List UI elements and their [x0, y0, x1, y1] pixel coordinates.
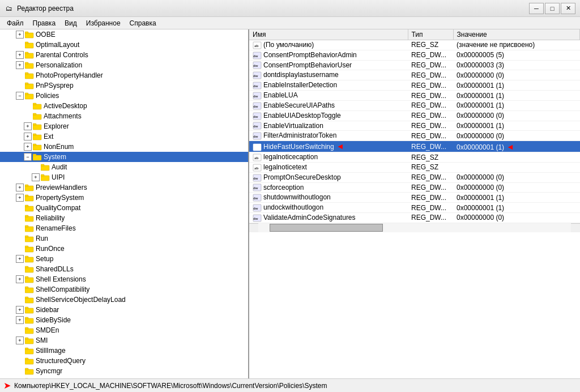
tree-node-reliability[interactable]: Reliability	[0, 213, 248, 223]
expand-btn-sidebar[interactable]: +	[16, 306, 24, 314]
minimize-button[interactable]: ─	[529, 3, 544, 14]
tree-node-stillimage[interactable]: StillImage	[0, 346, 248, 356]
menu-item-справка[interactable]: Справка	[125, 18, 161, 28]
reg-type-8: REG_DW...	[408, 121, 453, 131]
tree-node-shellextensions[interactable]: + Shell Extensions	[0, 274, 248, 284]
svg-text:dw: dw	[253, 74, 258, 78]
reg-icon-8: dw	[253, 122, 262, 130]
svg-rect-31	[25, 185, 28, 186]
reg-row-5[interactable]: dw EnableLUAREG_DW...0x00000001 (1)	[249, 91, 580, 101]
tree-node-activedesktop[interactable]: ActiveDesktop	[0, 101, 248, 111]
reg-value-13: 0x00000000 (0)	[457, 173, 504, 181]
reg-row-9[interactable]: dw FilterAdministratorTokenREG_DW...0x00…	[249, 131, 580, 141]
svg-text:dw: dw	[253, 177, 258, 180]
tree-node-qualitycompat[interactable]: QualityCompat	[0, 203, 248, 213]
reg-row-0[interactable]: ab (По умолчанию)REG_SZ(значение не прис…	[249, 40, 580, 50]
expand-btn-system[interactable]: −	[24, 153, 32, 161]
expand-btn-propertysystem[interactable]: +	[16, 194, 24, 202]
expand-btn-smi[interactable]: +	[16, 336, 24, 344]
reg-row-14[interactable]: dw scforceoptionREG_DW...0x00000000 (0)	[249, 182, 580, 193]
tree-node-setup[interactable]: + Setup	[0, 254, 248, 264]
folder-icon-smi	[25, 336, 34, 344]
expand-btn-setup[interactable]: +	[16, 255, 24, 263]
reg-row-11[interactable]: ab legalnoticecaptionREG_SZ	[249, 152, 580, 163]
expand-btn-personalization[interactable]: +	[16, 61, 24, 69]
reg-row-16[interactable]: dw undockwithoutlogonREG_DW...0x00000001…	[249, 203, 580, 213]
reg-row-13[interactable]: dw PromptOnSecureDesktopREG_DW...0x00000…	[249, 172, 580, 182]
svg-rect-7	[25, 62, 28, 64]
expand-btn-explorer[interactable]: +	[24, 122, 32, 130]
expand-btn-previewhandlers[interactable]: +	[16, 184, 24, 191]
horizontal-scrollbar[interactable]	[258, 223, 571, 232]
svg-rect-2	[25, 43, 33, 48]
svg-rect-23	[33, 144, 36, 146]
tree-pane: + OOBE OptimalLayout+ Parental Controls+…	[0, 29, 249, 378]
svg-rect-28	[41, 176, 49, 181]
tree-node-optimallayout[interactable]: OptimalLayout	[0, 40, 248, 50]
reg-value-9: 0x00000000 (0)	[457, 132, 504, 140]
reg-value-8: 0x00000001 (1)	[457, 122, 504, 130]
tree-node-previewhandlers[interactable]: + PreviewHandlers	[0, 182, 248, 193]
tree-node-propertysystem[interactable]: + PropertySystem	[0, 193, 248, 203]
tree-node-surdeptani[interactable]: SurDepTani	[0, 376, 248, 378]
tree-node-policies[interactable]: − Policies	[0, 91, 248, 101]
tree-node-sidebyside[interactable]: + SideBySide	[0, 315, 248, 325]
tree-node-run[interactable]: Run	[0, 233, 248, 244]
menu-item-избранное[interactable]: Избранное	[82, 18, 125, 28]
reg-row-12[interactable]: ab legalnoticetextREG_SZ	[249, 162, 580, 172]
expand-btn-oobe[interactable]: +	[16, 31, 24, 39]
menu-item-файл[interactable]: Файл	[2, 18, 28, 28]
maximize-button[interactable]: □	[545, 3, 560, 14]
reg-type-16: REG_DW...	[408, 203, 453, 213]
tree-node-structuredquery[interactable]: StructuredQuery	[0, 356, 248, 366]
tree-node-uipi[interactable]: + UIPI	[0, 172, 248, 182]
expand-btn-policies[interactable]: −	[16, 92, 24, 100]
tree-node-shellserviceobjectdelayload[interactable]: ShellServiceObjectDelayLoad	[0, 295, 248, 305]
menu-item-правка[interactable]: Правка	[28, 18, 61, 28]
tree-node-smden[interactable]: SMDEn	[0, 325, 248, 335]
tree-node-photopropertyhandler[interactable]: PhotoPropertyHandler	[0, 70, 248, 80]
reg-row-3[interactable]: dw dontdisplaylastusernameREG_DW...0x000…	[249, 70, 580, 80]
tree-node-shellcompatibility[interactable]: ShellCompatibility	[0, 284, 248, 295]
tree-node-syncmgr[interactable]: Syncmgr	[0, 366, 248, 376]
reg-row-1[interactable]: dw ConsentPromptBehaviorAdminREG_DW...0x…	[249, 50, 580, 60]
tree-node-nonenum[interactable]: + NonEnum	[0, 142, 248, 152]
tree-node-attachments[interactable]: Attachments	[0, 111, 248, 121]
tree-node-oobe[interactable]: + OOBE	[0, 29, 248, 40]
folder-icon-uipi	[41, 173, 50, 181]
svg-rect-13	[25, 93, 28, 95]
tree-node-system[interactable]: − System	[0, 152, 248, 162]
tree-label-nonenum: NonEnum	[44, 143, 74, 151]
expand-btn-uipi[interactable]: +	[32, 173, 40, 181]
reg-row-6[interactable]: dw EnableSecureUIAPathsREG_DW...0x000000…	[249, 100, 580, 110]
reg-row-7[interactable]: dw EnableUIADesktopToggleREG_DW...0x0000…	[249, 110, 580, 121]
tree-node-parentalcontrols[interactable]: + Parental Controls	[0, 50, 248, 60]
expand-btn-parentalcontrols[interactable]: +	[16, 51, 24, 59]
expand-btn-nonenum[interactable]: +	[24, 143, 32, 151]
reg-name-10: HideFastUserSwitching	[263, 143, 334, 151]
reg-row-17[interactable]: dw ValidateAdminCodeSignaturesREG_DW...0…	[249, 213, 580, 223]
tree-node-personalization[interactable]: + Personalization	[0, 60, 248, 70]
reg-row-8[interactable]: dw EnableVirtualizationREG_DW...0x000000…	[249, 121, 580, 131]
close-button[interactable]: ✕	[561, 3, 575, 14]
reg-row-15[interactable]: dw shutdownwithoutlogonREG_DW...0x000000…	[249, 193, 580, 203]
expand-btn-shellextensions[interactable]: +	[16, 275, 24, 283]
tree-node-ext[interactable]: + Ext	[0, 131, 248, 142]
reg-row-10[interactable]: dw HideFastUserSwitching ◄REG_DW...0x000…	[249, 141, 580, 152]
menu-item-вид[interactable]: Вид	[60, 18, 82, 28]
folder-icon-previewhandlers	[25, 184, 34, 191]
reg-row-2[interactable]: dw ConsentPromptBehaviorUserREG_DW...0x0…	[249, 60, 580, 70]
expand-btn-sidebyside[interactable]: +	[16, 316, 24, 324]
tree-node-smi[interactable]: + SMI	[0, 335, 248, 346]
tree-label-optimallayout: OptimalLayout	[36, 41, 79, 49]
reg-row-4[interactable]: dw EnableInstallerDetectionREG_DW...0x00…	[249, 80, 580, 91]
tree-node-runonce[interactable]: RunOnce	[0, 244, 248, 254]
tree-node-sidebar[interactable]: + Sidebar	[0, 305, 248, 315]
tree-node-renamefiles[interactable]: RenameFiles	[0, 223, 248, 233]
svg-rect-48	[25, 278, 33, 283]
tree-node-shareddlls[interactable]: SharedDLLs	[0, 264, 248, 274]
tree-node-pnpsysprep[interactable]: PnPSysprep	[0, 80, 248, 91]
tree-node-audit[interactable]: Audit	[0, 162, 248, 172]
expand-btn-ext[interactable]: +	[24, 133, 32, 140]
tree-node-explorer[interactable]: + Explorer	[0, 121, 248, 131]
